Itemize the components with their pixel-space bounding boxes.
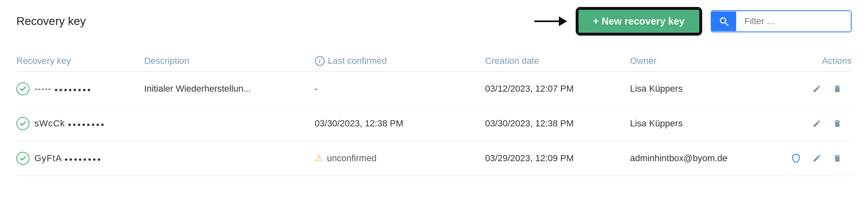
owner-cell: Lisa Küppers: [630, 72, 784, 106]
edit-button[interactable]: [811, 152, 823, 164]
shield-button[interactable]: [789, 152, 802, 165]
actions-cell: [783, 106, 852, 141]
warning-icon: ⚠: [315, 153, 323, 164]
last-confirmed-cell: ⚠unconfirmed: [315, 141, 485, 176]
last-confirmed-cell: 03/30/2023, 12:38 PM: [315, 106, 485, 141]
table-row: ----- ●●●●●●●● Initialer Wiederherstellu…: [16, 72, 852, 106]
actions-cell: [783, 72, 852, 106]
actions-cell: [783, 141, 852, 176]
description-cell: [144, 141, 314, 176]
filter-search-button[interactable]: [712, 11, 736, 31]
key-text: sWcCk ●●●●●●●●: [34, 118, 105, 129]
svg-marker-1: [559, 16, 567, 26]
key-text: ----- ●●●●●●●●: [34, 83, 92, 94]
svg-line-3: [725, 22, 728, 25]
page-header: Recovery key + New recovery key: [16, 8, 852, 34]
col-header-recovery-key: Recovery key: [16, 51, 144, 72]
col-header-last-confirmed: i Last confirmed: [315, 51, 485, 72]
table-row: sWcCk ●●●●●●●● 03/30/2023, 12:38 PM03/30…: [16, 106, 852, 141]
col-header-creation-date: Creation date: [485, 51, 630, 72]
arrow-container: [534, 13, 567, 29]
edit-button[interactable]: [811, 117, 823, 130]
recovery-keys-table: Recovery key Description i Last confirme…: [16, 51, 852, 176]
delete-button[interactable]: [831, 83, 843, 95]
new-recovery-key-button[interactable]: + New recovery key: [577, 8, 701, 34]
key-text: GyFtA ●●●●●●●●: [34, 153, 102, 164]
description-cell: Initialer Wiederherstellun...: [144, 72, 314, 106]
last-confirmed-cell: -: [315, 72, 485, 106]
header-actions: + New recovery key: [534, 8, 852, 34]
creation-date-cell: 03/12/2023, 12:07 PM: [485, 72, 630, 106]
col-header-description: Description: [144, 51, 314, 72]
recovery-key-cell: sWcCk ●●●●●●●●: [16, 106, 144, 141]
check-circle-icon: [16, 82, 29, 95]
recovery-key-cell: GyFtA ●●●●●●●●: [16, 141, 144, 176]
table-row: GyFtA ●●●●●●●● ⚠unconfirmed03/29/2023, 1…: [16, 141, 852, 176]
table-header-row: Recovery key Description i Last confirme…: [16, 51, 852, 72]
delete-button[interactable]: [831, 117, 843, 130]
check-circle-icon: [16, 117, 29, 130]
delete-button[interactable]: [831, 152, 843, 164]
col-header-actions: Actions: [783, 51, 852, 72]
edit-button[interactable]: [811, 83, 823, 95]
check-circle-icon: [16, 152, 29, 165]
arrow-icon: [534, 13, 567, 29]
col-header-owner: Owner: [630, 51, 784, 72]
creation-date-cell: 03/29/2023, 12:09 PM: [485, 141, 630, 176]
description-cell: [144, 106, 314, 141]
filter-container: [711, 10, 852, 32]
page-title: Recovery key: [16, 15, 86, 28]
info-icon: i: [315, 56, 325, 66]
owner-cell: Lisa Küppers: [630, 106, 784, 141]
search-icon: [719, 16, 729, 26]
owner-cell: adminhintbox@byom.de: [630, 141, 784, 176]
recovery-key-cell: ----- ●●●●●●●●: [16, 72, 144, 106]
creation-date-cell: 03/30/2023, 12:38 PM: [485, 106, 630, 141]
filter-input[interactable]: [736, 11, 851, 32]
